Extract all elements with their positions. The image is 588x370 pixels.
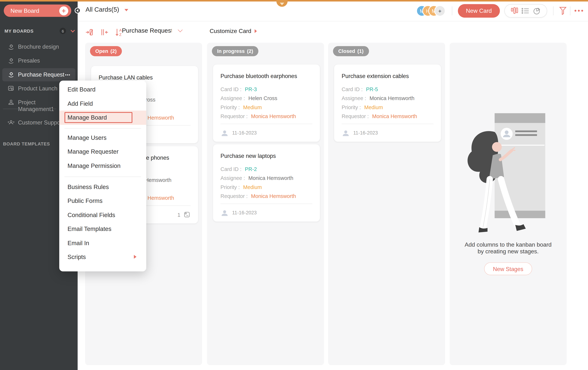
column-count: (2) [247,48,253,54]
collapse-columns-icon[interactable] [100,28,109,37]
filter-icon[interactable] [559,6,567,17]
column-count: (2) [110,48,117,54]
menu-item-manage-permission[interactable]: Manage Permission [59,159,146,173]
card-purchase-extension-cables[interactable]: Purchase extension cables Card ID :PR-5 … [334,64,441,142]
board-name-dropdown[interactable]: Purchase Request_process_2 [122,27,182,34]
field-label: Requestor : [342,113,369,119]
chart-view-icon[interactable] [533,7,541,15]
board-toolbar: AZ Purchase Request_process_2 Customize … [78,21,588,43]
attachment-count: 1 [178,212,180,218]
new-board-button[interactable]: New Board + [4,5,71,17]
board-more-icon[interactable]: ••• [65,71,71,78]
column-closed: Closed (1) Purchase extension cables Car… [328,43,445,365]
new-card-button[interactable]: New Card [458,4,500,18]
sidebar-item-label: Product Launch [18,85,57,92]
field-label: Card ID : [220,166,242,172]
all-cards-label: All Cards(5) [85,6,119,13]
customize-card-label: Customize Card [210,28,252,34]
card-fields: Card ID :PR-2 Assignee :Monica Hemsworth… [220,164,296,200]
all-cards-dropdown[interactable]: All Cards(5) [85,6,128,13]
plus-icon: + [59,6,68,15]
svg-text:Z: Z [119,32,122,37]
avatar-add-button[interactable]: + [434,5,446,17]
menu-item-public-forms[interactable]: Public Forms [59,194,146,208]
card-fields: Card ID :PR-3 Assignee :Helen Cross Prio… [220,85,296,121]
my-boards-header: MY BOARDS 6 [5,28,74,34]
chart-image-icon [8,85,15,92]
column-in-progress: In progress (2) Purchase bluetooth earph… [207,43,324,365]
card-purchase-bluetooth-earphones[interactable]: Purchase bluetooth earphones Card ID :PR… [213,64,320,142]
card-footer: 11-16-2023 [342,124,434,142]
top-accent-strip [0,0,588,1]
menu-item-email-templates[interactable]: Email Templates [59,222,146,236]
attachment-icon[interactable] [183,211,190,218]
assignee-value: Monica Hemsworth [369,95,414,101]
field-label: Card ID : [220,86,242,92]
menu-divider [64,128,141,128]
kanban-view-icon[interactable] [511,7,518,15]
list-view-icon[interactable] [521,7,530,15]
customize-card-link[interactable]: Customize Card [210,28,257,34]
column-header-pill[interactable]: Open (2) [90,46,122,56]
hand-gear-icon [8,57,15,64]
column-label: Closed [338,48,355,54]
requestor-value: Monica Hemsworth [251,193,296,199]
menu-item-manage-requester[interactable]: Manage Requester [59,145,146,159]
card-footer: 11-16-2023 [220,124,312,142]
field-label: Card ID : [342,86,363,92]
new-stages-button[interactable]: New Stages [484,262,532,275]
assignee-value: Monica Hemsworth [248,175,293,181]
menu-item-label: Scripts [67,254,86,260]
sidebar-item-project-management1[interactable]: Project Management1 [2,96,62,115]
empty-state-line1: Add columns to the kanban board [450,242,567,248]
chevron-down-icon [280,2,284,5]
column-new-stage: Add columns to the kanban board by creat… [450,43,567,365]
card-title: Purchase bluetooth earphones [220,73,297,79]
sidebar-collapse-button[interactable] [74,8,81,13]
column-header-pill[interactable]: Closed (1) [333,46,369,56]
card-purchase-new-laptops[interactable]: Purchase new laptops Card ID :PR-2 Assig… [213,144,320,222]
menu-item-edit-board[interactable]: Edit Board [59,82,146,96]
my-boards-count-badge: 6 [60,28,66,34]
submenu-arrow-icon [134,255,136,259]
my-boards-label: MY BOARDS [5,28,60,33]
priority-value: Medium [364,104,383,110]
field-label: Assignee : [220,175,245,181]
column-count: (1) [357,48,364,54]
more-options-icon[interactable] [575,10,583,11]
menu-item-email-in[interactable]: Email In [59,236,146,250]
field-label: Requestor : [220,113,248,119]
menu-item-scripts[interactable]: Scripts [59,250,146,264]
column-header-pill[interactable]: In progress (2) [212,46,258,56]
menu-item-add-field[interactable]: Add Field [59,97,146,111]
field-label: Assignee : [220,95,245,101]
avatar-stack: M H M + [416,5,445,17]
menu-item-manage-board[interactable]: Manage Board [59,111,146,125]
chevron-down-icon [178,27,182,32]
sidebar-item-presales[interactable]: Presales [2,54,75,67]
new-card-label: New Card [466,8,492,14]
field-label: Priority : [220,184,240,190]
empty-state-line2: by creating new stages. [450,248,567,255]
sidebar-item-purchase-request[interactable]: Purchase Request ••• [2,68,75,81]
avatar-placeholder-icon [342,129,350,137]
card-date: 11-16-2023 [232,130,257,136]
menu-item-conditional-fields[interactable]: Conditional Fields [59,208,146,222]
sidebar-item-label: Project Management1 [18,99,60,113]
avatar-placeholder-icon [220,209,229,217]
card-title: Purchase extension cables [342,73,409,79]
sidebar-item-label: Presales [18,57,40,64]
chevron-down-icon [124,9,128,11]
sidebar-item-brochure-design[interactable]: Brochure design [2,41,75,54]
menu-item-manage-users[interactable]: Manage Users [59,131,146,145]
menu-item-business-rules[interactable]: Business Rules [59,180,146,194]
svg-text:A: A [119,28,122,32]
expand-columns-icon[interactable] [85,28,94,37]
hand-gear-icon [8,43,15,51]
board-name: Purchase Request_process_2 [122,27,172,34]
person-arrows-icon [8,119,15,126]
hand-gear-icon [8,71,15,78]
board-templates-label: BOARD TEMPLATES [3,141,50,146]
chevron-down-icon[interactable] [71,28,75,32]
requestor-value: Monica Hemsworth [372,113,417,119]
